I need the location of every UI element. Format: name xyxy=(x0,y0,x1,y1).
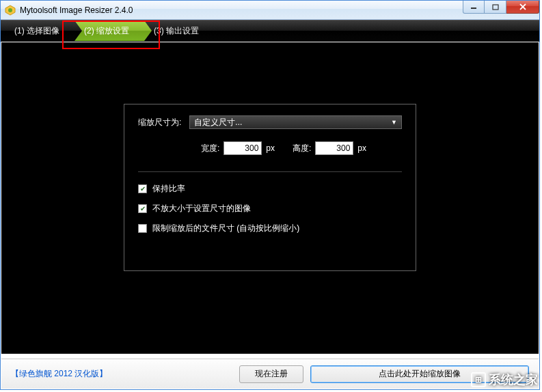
start-resize-button-label: 点击此处开始缩放图像 xyxy=(379,368,461,380)
step-breadcrumb: (1) 选择图像 (2) 缩放设置 (3) 输出设置 xyxy=(1,20,539,42)
footer-bar: 绿色旗舰 2012 汉化版 现在注册 点击此处开始缩放图像 xyxy=(1,359,539,389)
dropdown-selected-value: 自定义尺寸... xyxy=(194,117,242,128)
scale-mode-dropdown[interactable]: 自定义尺寸... ▼ xyxy=(189,115,402,129)
dimensions-row: 宽度: px 高度: px xyxy=(138,141,402,155)
watermark-text: 系统之家 xyxy=(489,372,538,388)
window-title: Mytoolsoft Image Resizer 2.4.0 xyxy=(20,5,463,15)
register-button-label: 现在注册 xyxy=(255,368,288,380)
chevron-down-icon: ▼ xyxy=(391,119,397,126)
width-input[interactable] xyxy=(223,141,262,155)
close-button[interactable] xyxy=(506,1,539,14)
limit-filesize-label: 限制缩放后的文件尺寸 (自动按比例缩小) xyxy=(152,223,299,234)
keep-ratio-label: 保持比率 xyxy=(152,183,185,195)
main-content: 缩放尺寸为: 自定义尺寸... ▼ 宽度: px 高度: px ✔ 保持比率 xyxy=(1,42,539,354)
maximize-button[interactable] xyxy=(485,1,506,14)
step-2-label: (2) 缩放设置 xyxy=(84,25,129,37)
minimize-button[interactable] xyxy=(463,1,485,14)
no-enlarge-checkbox[interactable]: ✔ xyxy=(138,204,147,213)
svg-point-1 xyxy=(8,8,12,12)
step-3-output-settings[interactable]: (3) 输出设置 xyxy=(144,20,214,41)
limit-filesize-row: ✔ 限制缩放后的文件尺寸 (自动按比例缩小) xyxy=(138,223,402,234)
title-bar[interactable]: Mytoolsoft Image Resizer 2.4.0 xyxy=(1,1,539,20)
resize-settings-panel: 缩放尺寸为: 自定义尺寸... ▼ 宽度: px 高度: px ✔ 保持比率 xyxy=(124,104,416,271)
scale-mode-label: 缩放尺寸为: xyxy=(138,117,181,128)
register-button[interactable]: 现在注册 xyxy=(239,365,303,383)
height-label: 高度: xyxy=(293,143,311,154)
height-unit: px xyxy=(357,143,366,153)
step-1-select-image[interactable]: (1) 选择图像 xyxy=(5,20,74,41)
width-unit: px xyxy=(266,143,275,153)
app-icon xyxy=(5,5,16,16)
step-2-resize-settings[interactable]: (2) 缩放设置 xyxy=(74,20,144,41)
width-label: 宽度: xyxy=(201,143,219,154)
watermark-icon: ⊞ xyxy=(471,372,486,387)
application-window: Mytoolsoft Image Resizer 2.4.0 (1) 选择图像 … xyxy=(0,0,540,390)
scale-mode-row: 缩放尺寸为: 自定义尺寸... ▼ xyxy=(138,115,402,129)
no-enlarge-label: 不放大小于设置尺寸的图像 xyxy=(152,203,251,214)
keep-ratio-checkbox[interactable]: ✔ xyxy=(138,184,147,193)
step-1-label: (1) 选择图像 xyxy=(14,25,59,37)
svg-rect-3 xyxy=(493,5,498,10)
panel-divider xyxy=(138,171,402,172)
height-input[interactable] xyxy=(315,141,353,155)
limit-filesize-checkbox[interactable]: ✔ xyxy=(138,224,147,233)
keep-ratio-row: ✔ 保持比率 xyxy=(138,183,402,195)
brand-link[interactable]: 绿色旗舰 2012 汉化版 xyxy=(11,368,107,380)
no-enlarge-row: ✔ 不放大小于设置尺寸的图像 xyxy=(138,203,402,214)
step-3-label: (3) 输出设置 xyxy=(154,25,199,37)
watermark: ⊞ 系统之家 xyxy=(471,372,538,388)
window-controls xyxy=(463,1,539,19)
